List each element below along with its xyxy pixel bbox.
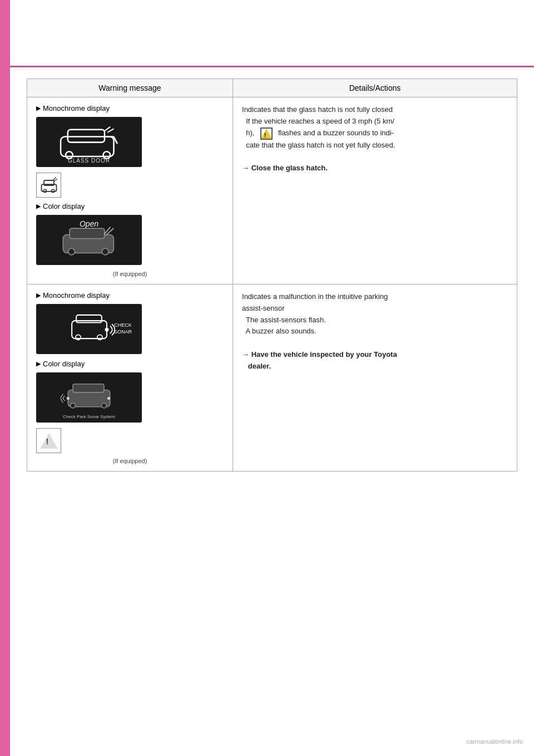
check-park-sonar-label: Check Park Sonar System [63,414,115,419]
color-label-1: Color display [36,202,224,210]
big-triangle-icon [40,433,58,449]
detail-2b: assist-sensor [242,304,285,312]
svg-point-28 [102,403,107,408]
svg-point-27 [71,403,76,408]
warning-cell-1: Monochrome display [27,97,233,284]
main-content: Warning message Details/Actions Monochro… [10,67,534,483]
icon-box-1 [36,173,61,198]
color-label-2: Color display [36,360,224,368]
details-cell-1: Indicates that the glass hatch is not fu… [233,97,517,284]
car-svg-1 [50,122,128,161]
table-row: Monochrome display [27,284,517,472]
inline-warning-icon-1 [260,127,273,140]
svg-point-29 [67,397,70,400]
svg-line-7 [107,129,113,132]
side-bar [0,0,10,756]
svg-line-19 [107,228,114,235]
action-text-1: → Close the glass hatch. [242,164,328,172]
color-display-2: Check Park Sonar System [36,372,142,423]
details-cell-2: Indicates a malfunction in the intuitive… [233,284,517,472]
open-text: Open [80,219,98,228]
hatch-icon [39,175,59,195]
action-text-2a: → Have the vehicle inspected by your Toy… [242,350,397,359]
check-sonar-label: CHECKSONAR [114,322,132,335]
icon-box-2 [36,428,61,453]
svg-point-24 [105,328,109,332]
svg-point-30 [107,397,110,400]
car-svg-color-2 [53,378,125,417]
detail-2c: The assist-sensors flash. [242,316,326,324]
svg-point-17 [102,248,108,255]
color-display-1: Open [36,215,142,265]
svg-line-6 [105,127,110,131]
svg-rect-0 [61,136,113,156]
detail-line-1a: Indicates that the glass hatch is not fu… [242,105,393,114]
if-equipped-1: (If equipped) [36,271,224,277]
watermark: carmanualonline.info [466,738,523,745]
details-text-2: Indicates a malfunction in the intuitive… [242,291,508,372]
col-warning-header: Warning message [27,79,233,97]
table-row: Monochrome display [27,97,517,284]
warning-table: Warning message Details/Actions Monochro… [27,78,517,472]
display-glass-door-label: GLASS DOOR [36,158,142,164]
detail-line-1e: cate that the glass hatch is not yet ful… [242,141,395,149]
svg-rect-15 [70,228,105,239]
if-equipped-2: (If equipped) [36,458,224,464]
warning-cell-2: Monochrome display [27,284,233,472]
monochrome-display-1: GLASS DOOR [36,117,142,167]
details-text-1: Indicates that the glass hatch is not fu… [242,104,508,174]
monochrome-label-2: Monochrome display [36,291,224,300]
svg-rect-21 [76,315,102,323]
monochrome-label-1: Monochrome display [36,104,224,112]
detail-2d: A buzzer also sounds. [242,327,317,335]
detail-2a: Indicates a malfunction in the intuitive… [242,292,388,301]
monochrome-display-2: CHECKSONAR [36,304,142,354]
action-text-2b: dealer. [242,362,271,370]
detail-line-1b: If the vehicle reaches a speed of 3 mph … [242,117,394,125]
detail-line-1c: h), [242,129,256,137]
svg-rect-26 [73,384,104,392]
col-details-header: Details/Actions [233,79,517,97]
triangle-icon-1 [261,129,272,139]
detail-line-1d: flashes and a buzzer sounds to indi- [276,129,394,137]
svg-point-16 [68,248,75,255]
